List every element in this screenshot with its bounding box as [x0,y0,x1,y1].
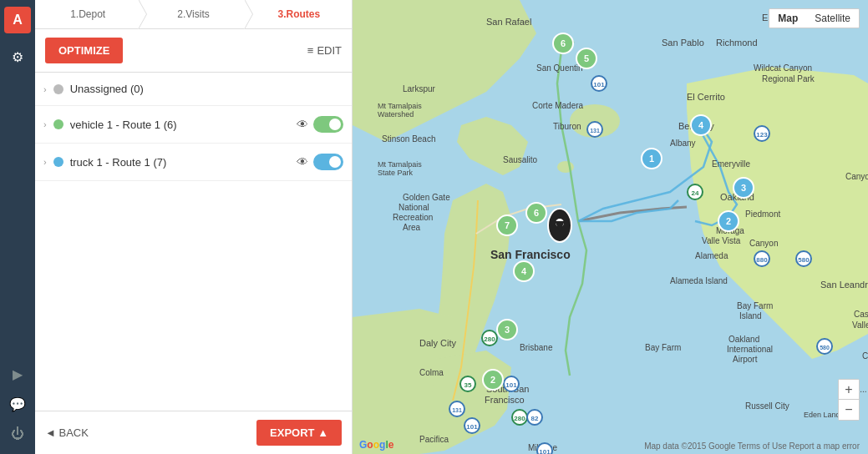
svg-text:4: 4 [698,120,704,130]
export-button[interactable]: EXPORT ▲ [256,420,342,446]
route-item-vehicle1: › vehicle 1 - Route 1 (6) 👁 [35,106,352,144]
svg-text:580: 580 [820,345,830,351]
svg-text:International: International [727,345,773,354]
zoom-in-button[interactable]: + [839,380,859,400]
unassigned-dot [53,84,63,94]
route-list: › Unassigned (0) › vehicle 1 - Route 1 (… [35,73,352,411]
svg-text:Piedmont: Piedmont [745,209,780,219]
svg-text:580: 580 [798,256,810,264]
svg-text:Oakland: Oakland [728,335,759,344]
svg-text:Brisbane: Brisbane [520,343,553,352]
svg-text:6: 6 [561,38,566,48]
vehicle1-controls: 👁 [297,116,343,133]
svg-text:Albany: Albany [670,139,696,148]
chevron-icon[interactable]: › [43,157,47,167]
svg-text:101: 101 [539,448,551,454]
map-type-satellite-button[interactable]: Satellite [806,9,859,28]
svg-text:Area: Area [403,223,421,232]
svg-text:Richmond: Richmond [716,38,758,48]
svg-text:San Francisco: San Francisco [490,248,571,261]
svg-text:Wildcat Canyon: Wildcat Canyon [754,63,812,73]
svg-text:Larkspur: Larkspur [403,84,436,93]
svg-text:Sausalito: Sausalito [503,155,538,164]
google-logo: Google [359,439,393,451]
svg-text:2: 2 [726,216,731,226]
svg-text:123: 123 [756,131,768,139]
svg-text:82: 82 [531,415,539,422]
svg-text:San Quentin: San Quentin [536,63,583,73]
edit-button[interactable]: ≡ EDIT [307,44,342,57]
svg-text:San Pablo: San Pablo [662,38,704,48]
svg-text:101: 101 [593,81,605,88]
sidebar: A ⚙ ▶ 💬 ⏻ [0,0,35,454]
optimize-button[interactable]: OPTIMIZE [45,38,123,63]
svg-text:Daly City: Daly City [419,338,457,348]
sidebar-icon-chat[interactable]: 💬 [4,391,31,417]
svg-text:State Park: State Park [378,169,414,177]
vehicle1-dot [53,119,63,129]
svg-text:2: 2 [490,375,495,385]
svg-text:101: 101 [466,423,478,431]
svg-text:Colma: Colma [419,368,444,377]
svg-text:Recreation: Recreation [393,213,433,222]
svg-text:Mt Tamalpais: Mt Tamalpais [378,102,422,110]
svg-text:National: National [398,203,429,212]
svg-text:880: 880 [756,256,768,264]
chevron-icon[interactable]: › [43,119,47,129]
svg-text:Island: Island [739,311,762,320]
step-visits[interactable]: 2.Visits [140,0,246,28]
svg-text:7: 7 [505,220,510,230]
svg-text:Castro: Castro [854,310,868,319]
sidebar-icon-power[interactable]: ⏻ [4,421,31,447]
vehicle1-toggle[interactable] [313,116,343,133]
svg-text:Bay Farm: Bay Farm [645,343,681,352]
svg-text:3: 3 [505,325,510,335]
svg-text:Francisco: Francisco [485,395,525,405]
svg-text:Watershed: Watershed [378,110,414,119]
svg-text:6: 6 [534,208,539,218]
svg-text:24: 24 [692,189,699,197]
svg-text:35: 35 [464,381,472,389]
svg-text:131: 131 [452,407,462,413]
truck1-label: truck 1 - Route 1 (7) [70,156,290,169]
svg-text:Valley: Valley [852,320,868,330]
route-panel: 1.Depot 2.Visits 3.Routes OPTIMIZE ≡ EDI… [35,0,353,454]
svg-text:Regional Park: Regional Park [762,74,815,83]
unassigned-label: Unassigned (0) [70,83,343,95]
svg-text:Valle Vista: Valle Vista [702,236,741,245]
svg-text:Mt Tamalpais: Mt Tamalpais [378,160,422,169]
svg-text:1: 1 [649,154,654,164]
truck1-toggle[interactable] [313,154,343,170]
map-zoom-controls: + − [838,379,860,421]
svg-text:Alameda Island: Alameda Island [670,276,728,285]
svg-text:Stinson Beach: Stinson Beach [382,134,436,144]
svg-text:Canyon: Canyon [749,239,778,248]
svg-text:3: 3 [741,183,746,193]
vehicle1-eye-icon[interactable]: 👁 [297,118,308,131]
svg-text:Pacifica: Pacifica [419,435,449,444]
map-type-map-button[interactable]: Map [769,9,806,28]
truck1-eye-icon[interactable]: 👁 [297,155,308,169]
svg-text:San Rafael: San Rafael [486,17,531,27]
svg-text:San Leandro: San Leandro [820,280,868,290]
svg-text:280: 280 [514,415,525,422]
vehicle1-label: vehicle 1 - Route 1 (6) [70,119,290,131]
app-logo[interactable]: A [4,7,31,33]
step-depot[interactable]: 1.Depot [35,0,140,28]
svg-text:Tiburon: Tiburon [553,122,581,131]
truck1-dot [53,157,63,167]
svg-text:Golden Gate: Golden Gate [403,193,450,202]
sidebar-icon-play[interactable]: ▶ [4,361,31,387]
back-button[interactable]: ◄ BACK [45,426,89,439]
svg-text:5: 5 [584,53,589,63]
svg-text:101: 101 [505,381,517,389]
sidebar-icon-settings[interactable]: ⚙ [4,43,31,70]
svg-text:Airport: Airport [733,355,758,364]
step-routes[interactable]: 3.Routes [246,0,352,28]
svg-text:Corte Madera: Corte Madera [532,101,584,110]
list-icon: ≡ [307,44,314,57]
zoom-out-button[interactable]: − [839,400,859,420]
map-area[interactable]: San Rafael El Sobrante San Pablo Richmon… [353,0,868,454]
chevron-icon[interactable]: › [43,84,47,94]
svg-text:Emeryville: Emeryville [712,159,751,169]
